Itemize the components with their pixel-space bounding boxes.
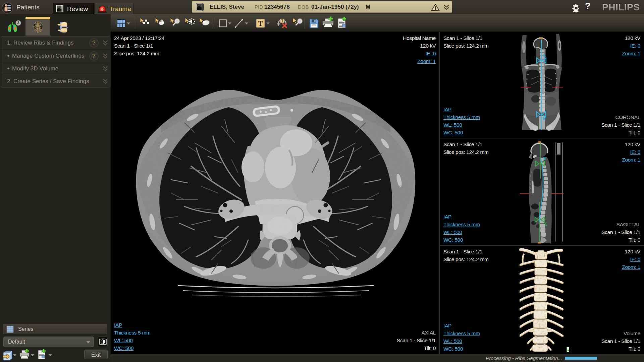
svg-text:T: T — [258, 20, 263, 27]
svg-text:R: R — [568, 349, 570, 352]
svg-text:S: S — [543, 156, 546, 161]
svg-text:T: T — [281, 19, 283, 23]
svg-text:S: S — [543, 53, 546, 58]
svg-text:E: E — [543, 116, 546, 121]
svg-text:E: E — [545, 222, 547, 227]
